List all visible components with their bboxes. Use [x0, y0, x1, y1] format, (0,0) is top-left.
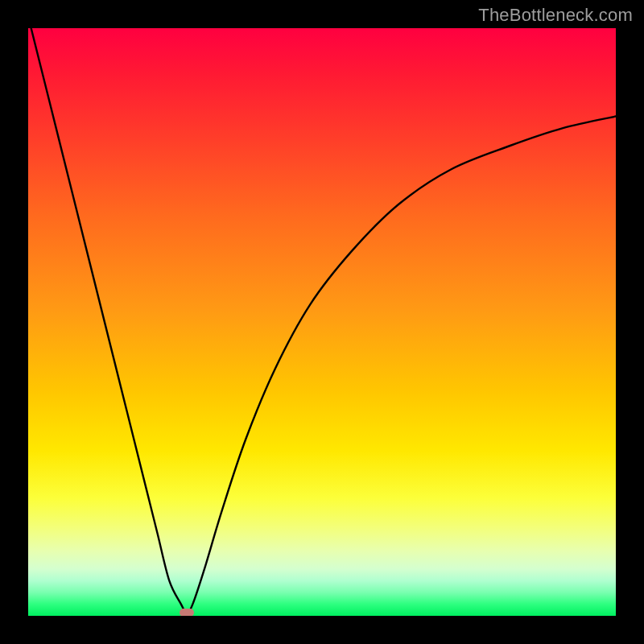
chart-frame: TheBottleneck.com	[0, 0, 644, 644]
watermark-text: TheBottleneck.com	[478, 5, 633, 26]
plot-area	[28, 28, 616, 616]
minimum-marker	[180, 609, 194, 616]
bottleneck-curve	[28, 28, 616, 616]
